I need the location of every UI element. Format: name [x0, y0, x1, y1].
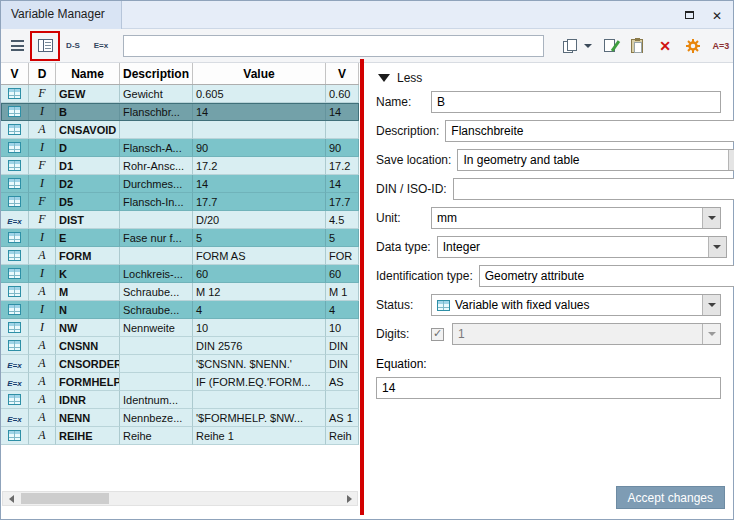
column-header-d-1[interactable]: D — [29, 63, 56, 84]
cell-value2: 90 — [326, 139, 359, 157]
form-row-unit: Unit:mm — [376, 207, 721, 229]
data_type-dropdown[interactable]: Integer — [437, 236, 727, 258]
copy-dropdown-button[interactable] — [582, 34, 593, 58]
cell-status-icon — [1, 283, 29, 301]
cell-description: Nennbeze... — [120, 409, 193, 427]
table-row-CNSNN[interactable]: ACNSNNDIN 2576DIN — [1, 337, 359, 355]
cell-value2: M 1 — [326, 283, 359, 301]
cell-name: CNSORDER — [56, 355, 120, 373]
horizontal-scrollbar[interactable] — [2, 491, 358, 506]
scroll-right-arrow[interactable] — [341, 492, 357, 505]
table-row-CNSAVOID[interactable]: ACNSAVOID — [1, 121, 359, 139]
status-dropdown-button[interactable] — [702, 295, 720, 315]
status-dropdown[interactable]: Variable with fixed values — [431, 294, 721, 316]
scrollbar-track[interactable] — [19, 492, 341, 505]
cell-status-icon — [1, 355, 29, 373]
table-row-GEW[interactable]: FGEWGewicht0.6050.60 — [1, 85, 359, 103]
collapse-arrow-icon — [378, 74, 390, 82]
list-view-button[interactable] — [5, 34, 29, 58]
chevron-down-icon — [708, 216, 716, 220]
table-row-NW[interactable]: INWNennweite1010 — [1, 319, 359, 337]
column-header-value-4[interactable]: Value — [193, 63, 326, 84]
table-row-FORMHELP[interactable]: AFORMHELPIF (FORM.EQ.'FORM...AS — [1, 373, 359, 391]
table-row-D2[interactable]: ID2Durchmes...1414 — [1, 175, 359, 193]
table-row-REIHE[interactable]: AREIHEReiheReihe 1Reih — [1, 427, 359, 445]
table-row-E[interactable]: IEFase nur f...55 — [1, 229, 359, 247]
column-header-description-3[interactable]: Description — [120, 63, 193, 84]
column-header-v-0[interactable]: V — [1, 63, 29, 84]
form-fields: Name:Description:Save location:In geomet… — [376, 91, 721, 399]
unit-dropdown[interactable]: mm — [431, 207, 721, 229]
digits-value: 1 — [458, 327, 465, 341]
save_location-dropdown-button[interactable] — [728, 150, 734, 170]
unit-dropdown-button[interactable] — [702, 208, 720, 228]
table-row-CNSORDER[interactable]: ACNSORDER'$CNSNN. $NENN.'DIN — [1, 355, 359, 373]
name-input[interactable] — [431, 91, 721, 113]
cell-status-icon — [1, 229, 29, 247]
paste-button[interactable] — [625, 34, 649, 58]
table-row-M[interactable]: AMSchraube...M 12M 1 — [1, 283, 359, 301]
table-row-D1[interactable]: FD1Rohr-Ansc...17.217.2 — [1, 157, 359, 175]
table-row-DIST[interactable]: FDISTD/204.5 — [1, 211, 359, 229]
accept-changes-button[interactable]: Accept changes — [616, 486, 725, 509]
variable-detail-pane: Less Name:Description:Save location:In g… — [366, 63, 733, 519]
equation-mode-button[interactable]: E=x — [89, 34, 113, 58]
cell-name: M — [56, 283, 120, 301]
delete-button[interactable] — [653, 34, 677, 58]
maximize-button[interactable] — [675, 1, 703, 29]
table-row-D[interactable]: IDFlansch-A...9090 — [1, 139, 359, 157]
table-row-B[interactable]: IBFlanschbr...1414 — [1, 103, 359, 121]
rename-variables-button[interactable]: A=3 — [709, 34, 733, 58]
cell-value: 5 — [193, 229, 326, 247]
column-header-name-2[interactable]: Name — [56, 63, 120, 84]
cell-status-icon — [1, 211, 29, 229]
cell-value: 14 — [193, 103, 326, 121]
cell-value2: 10 — [326, 319, 359, 337]
cell-description: Flansch-In... — [120, 193, 193, 211]
cell-data-type: A — [29, 427, 56, 445]
cell-status-icon — [1, 85, 29, 103]
digits-checkbox[interactable] — [431, 328, 444, 341]
settings-button[interactable] — [681, 34, 705, 58]
scrollbar-thumb[interactable] — [21, 493, 109, 504]
cell-value: DIN 2576 — [193, 337, 326, 355]
table-row-FORM[interactable]: AFORMFORM ASFOR — [1, 247, 359, 265]
identification_type-dropdown[interactable]: Geometry attribute — [479, 265, 734, 287]
save_location-dropdown[interactable]: In geometry and table — [457, 149, 734, 171]
cell-value: D/20 — [193, 211, 326, 229]
cell-name: DIST — [56, 211, 120, 229]
toolbar-right-group: A=3 — [554, 34, 733, 58]
copy-button[interactable] — [558, 34, 582, 58]
description-input[interactable] — [445, 120, 734, 142]
table-row-D5[interactable]: FD5Flansch-In...17.717.7 — [1, 193, 359, 211]
table-row-K[interactable]: IKLochkreis-...6060 — [1, 265, 359, 283]
cell-name: REIHE — [56, 427, 120, 445]
cell-data-type: I — [29, 265, 56, 283]
data_type-dropdown-button[interactable] — [708, 237, 726, 257]
table-variable-icon — [8, 250, 21, 261]
edit-button[interactable] — [597, 34, 621, 58]
field-label-unit: Unit: — [376, 211, 431, 225]
digits-dropdown[interactable]: 1 — [452, 323, 721, 345]
form-row-data_type: Data type:Integer — [376, 236, 721, 258]
cell-name: CNSAVOID — [56, 121, 120, 139]
collapse-toggle[interactable]: Less — [378, 71, 733, 85]
pane-divider-annotation[interactable] — [360, 59, 364, 515]
cell-value: 60 — [193, 265, 326, 283]
column-view-button[interactable] — [33, 34, 57, 58]
table-row-N[interactable]: INSchraube...44 — [1, 301, 359, 319]
equation-input[interactable] — [376, 377, 721, 399]
column-header-v-5[interactable]: V — [326, 63, 359, 84]
maximize-icon — [685, 11, 694, 19]
close-button[interactable] — [703, 1, 731, 29]
filter-input[interactable] — [123, 35, 544, 57]
table-row-NENN[interactable]: ANENNNennbeze...'$FORMHELP. $NW...AS 1 — [1, 409, 359, 427]
din_iso_id-input[interactable] — [453, 178, 734, 200]
scroll-left-arrow[interactable] — [3, 492, 19, 505]
table-row-IDNR[interactable]: AIDNRIdentnum... — [1, 391, 359, 409]
cell-value: M 12 — [193, 283, 326, 301]
ds-mode-button[interactable]: D-S — [61, 34, 85, 58]
titlebar[interactable]: Variable Manager — [1, 1, 733, 29]
form-row-din_iso_id: DIN / ISO-ID: — [376, 178, 721, 200]
chevron-down-icon — [713, 245, 721, 249]
